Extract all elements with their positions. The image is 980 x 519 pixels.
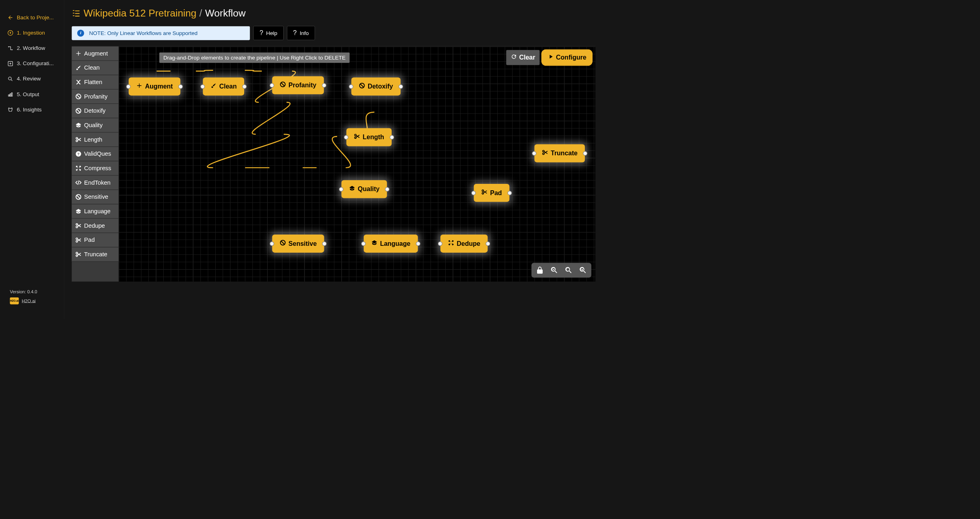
- palette-item-label: Compress: [84, 165, 111, 172]
- lock-button[interactable]: [534, 264, 546, 276]
- port-in[interactable]: [471, 191, 476, 195]
- sidebar-item-label: 5. Output: [17, 91, 39, 97]
- port-in[interactable]: [438, 241, 443, 246]
- port-in[interactable]: [200, 84, 205, 89]
- palette-item-clean[interactable]: Clean: [72, 61, 118, 75]
- brand-link[interactable]: H2O.ai: [22, 298, 35, 303]
- download-icon: [7, 30, 13, 36]
- palette-item-profanity[interactable]: Profanity: [72, 90, 118, 104]
- sidebar-item-label: 3. Configurati...: [17, 60, 54, 67]
- node-pad[interactable]: Pad: [474, 184, 509, 202]
- palette-item-compress[interactable]: Compress: [72, 161, 118, 176]
- node-profanity[interactable]: Profanity: [272, 76, 324, 94]
- port-out[interactable]: [583, 151, 587, 155]
- sidebar-item-label: 1. Ingestion: [17, 30, 45, 36]
- port-out[interactable]: [178, 84, 183, 89]
- zoom-in-button[interactable]: [577, 264, 589, 276]
- sidebar-item-label: 2. Workflow: [17, 45, 45, 51]
- palette-item-length[interactable]: Length: [72, 133, 118, 147]
- node-augment[interactable]: Augment: [129, 77, 180, 95]
- palette-item-dedupe[interactable]: Dedupe: [72, 219, 118, 233]
- edge-profanity-detoxify: [245, 70, 262, 71]
- plus-icon: [136, 82, 142, 91]
- port-in[interactable]: [270, 83, 274, 87]
- palette-item-pad[interactable]: Pad: [72, 233, 118, 247]
- plus-icon: [75, 50, 82, 57]
- palette-item-endtoken[interactable]: EndToken: [72, 176, 118, 190]
- palette-item-label: Detoxify: [84, 107, 105, 114]
- zoom-reset-button[interactable]: [563, 264, 575, 276]
- sidebar-back[interactable]: Back to Proje...: [0, 10, 64, 25]
- breadcrumb-project[interactable]: Wikipedia 512 Pretraining: [84, 7, 196, 19]
- node-label: Detoxify: [368, 82, 393, 90]
- node-sensitive[interactable]: Sensitive: [272, 235, 324, 253]
- sidebar-item-5-output[interactable]: 5. Output: [0, 86, 64, 102]
- svg-point-1: [8, 46, 9, 47]
- svg-text:?: ?: [77, 152, 80, 156]
- workflow-icon: [72, 8, 80, 17]
- port-out[interactable]: [416, 241, 420, 246]
- node-label: Dedupe: [457, 240, 480, 247]
- grad-icon: [75, 208, 82, 214]
- configure-button[interactable]: Configure: [542, 50, 592, 65]
- port-in[interactable]: [532, 151, 536, 155]
- help-label: Help: [266, 30, 277, 36]
- port-out[interactable]: [389, 135, 394, 139]
- review-icon: [7, 76, 13, 82]
- palette-item-flatten[interactable]: Flatten: [72, 75, 118, 90]
- node-dedupe[interactable]: Dedupe: [441, 235, 488, 253]
- grad-icon: [349, 185, 355, 193]
- palette-item-label: Language: [84, 208, 111, 215]
- sidebar-item-4-review[interactable]: 4. Review: [0, 71, 64, 86]
- node-length[interactable]: Length: [346, 128, 391, 146]
- flow-icon: [7, 45, 13, 51]
- node-clean[interactable]: Clean: [203, 77, 244, 95]
- sidebar-footer: Version: 0.4.0 H2O.ai H2O.ai: [0, 282, 64, 319]
- node-detoxify[interactable]: Detoxify: [351, 77, 400, 95]
- palette-item-validques[interactable]: ?ValidQues: [72, 147, 118, 161]
- info-button[interactable]: ? Info: [287, 26, 315, 40]
- palette-item-augment[interactable]: Augment: [72, 47, 118, 61]
- arrow-left-icon: [7, 14, 13, 21]
- port-out[interactable]: [242, 84, 247, 89]
- port-in[interactable]: [339, 187, 344, 192]
- ban-icon: [359, 82, 365, 91]
- palette-item-truncate[interactable]: Truncate: [72, 247, 118, 262]
- cut-icon: [481, 189, 488, 197]
- sidebar-item-3-configurati-[interactable]: 3. Configurati...: [0, 56, 64, 71]
- port-out[interactable]: [507, 191, 512, 195]
- palette-item-detoxify[interactable]: Detoxify: [72, 104, 118, 118]
- edge-length-quality: [252, 102, 290, 134]
- grad-icon: [371, 239, 378, 247]
- port-out[interactable]: [322, 241, 327, 246]
- palette-item-label: Sensitive: [84, 194, 108, 200]
- port-out[interactable]: [385, 187, 389, 192]
- canvas[interactable]: Drag-and-Drop elements to create the pip…: [119, 47, 595, 282]
- port-in[interactable]: [349, 84, 353, 89]
- palette-item-quality[interactable]: Quality: [72, 118, 118, 133]
- sidebar-item-label: 6. Insights: [17, 106, 42, 113]
- clear-button[interactable]: Clear: [506, 50, 539, 65]
- port-in[interactable]: [344, 135, 348, 139]
- port-out[interactable]: [322, 83, 326, 87]
- sidebar-item-6-insights[interactable]: 6. Insights: [0, 102, 64, 117]
- node-truncate[interactable]: Truncate: [534, 144, 585, 163]
- node-language[interactable]: Language: [364, 235, 418, 253]
- sidebar-item-2-workflow[interactable]: 2. Workflow: [0, 41, 64, 56]
- help-button[interactable]: ? Help: [253, 26, 284, 40]
- port-in[interactable]: [270, 241, 274, 246]
- palette: AugmentCleanFlattenProfanityDetoxifyQual…: [72, 47, 119, 282]
- port-out[interactable]: [399, 84, 403, 89]
- palette-item-label: ValidQues: [84, 150, 111, 157]
- port-in[interactable]: [361, 241, 366, 246]
- palette-item-language[interactable]: Language: [72, 204, 118, 219]
- code-icon: [75, 179, 82, 186]
- port-in[interactable]: [126, 84, 131, 89]
- node-quality[interactable]: Quality: [342, 180, 387, 198]
- palette-item-sensitive[interactable]: Sensitive: [72, 190, 118, 204]
- port-out[interactable]: [486, 241, 490, 246]
- sidebar-item-1-ingestion[interactable]: 1. Ingestion: [0, 25, 64, 41]
- breadcrumb-current: Workflow: [205, 7, 246, 19]
- node-label: Pad: [490, 189, 502, 197]
- zoom-out-button[interactable]: [548, 264, 560, 276]
